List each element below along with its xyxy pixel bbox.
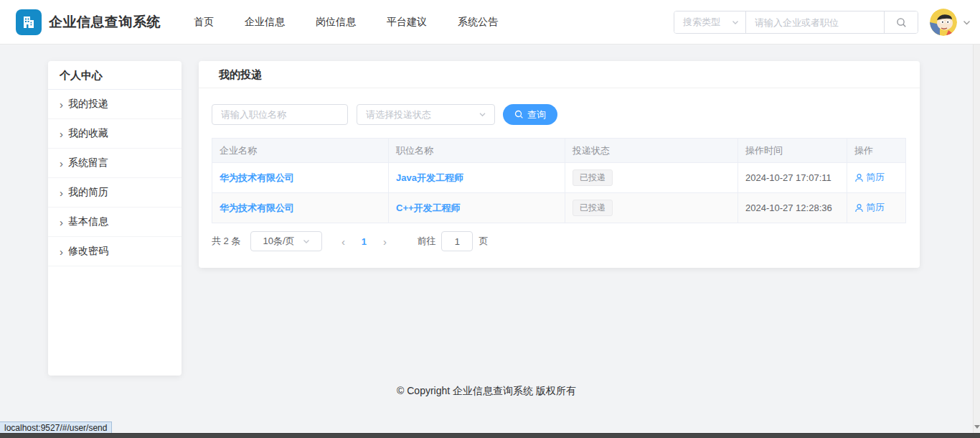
chevron-right-icon: › xyxy=(60,246,63,257)
goto-page-input[interactable] xyxy=(441,231,473,251)
status-badge: 已投递 xyxy=(573,200,613,216)
sidebar-item-label: 基本信息 xyxy=(68,215,108,228)
column-header-time: 操作时间 xyxy=(738,139,847,163)
job-name-input[interactable] xyxy=(212,104,348,125)
nav-item-jobs[interactable]: 岗位信息 xyxy=(314,11,357,33)
column-header-job: 职位名称 xyxy=(389,139,565,163)
sidebar-item-label: 我的投递 xyxy=(68,98,108,111)
app-title: 企业信息查询系统 xyxy=(49,13,161,32)
user-icon xyxy=(854,203,864,213)
sidebar-item-label: 系统留言 xyxy=(68,157,108,169)
chevron-down-icon xyxy=(731,18,740,27)
sidebar-item-my-submissions[interactable]: › 我的投递 xyxy=(48,90,182,119)
nav-item-enterprise[interactable]: 企业信息 xyxy=(243,11,286,33)
operation-time: 2024-10-27 12:28:36 xyxy=(745,202,832,213)
nav-item-suggestions[interactable]: 平台建议 xyxy=(385,11,428,33)
page-size-value: 10条/页 xyxy=(263,235,294,248)
table-row: 华为技术有限公司 C++开发工程师 已投递 2024-10-27 12:28:3… xyxy=(212,193,906,223)
sidebar-item-label: 我的简历 xyxy=(68,186,108,199)
chevron-right-icon: › xyxy=(60,217,63,228)
resume-link[interactable]: 简历 xyxy=(854,171,885,184)
column-header-action: 操作 xyxy=(847,139,906,163)
nav-item-announcements[interactable]: 系统公告 xyxy=(456,11,499,33)
submission-status-select[interactable]: 请选择投递状态 xyxy=(357,104,495,125)
table-header-row: 企业名称 职位名称 投递状态 操作时间 操作 xyxy=(212,139,906,163)
prev-page-button[interactable]: ‹ xyxy=(332,236,354,248)
header-right: 搜索类型 xyxy=(674,0,971,45)
submission-status-value: 请选择投递状态 xyxy=(366,108,431,121)
page-number-1[interactable]: 1 xyxy=(354,236,374,247)
sidebar-item-basic-info[interactable]: › 基本信息 xyxy=(48,208,182,237)
job-link[interactable]: Java开发工程师 xyxy=(396,172,463,183)
pagination: 共 2 条 10条/页 ‹ 1 › 前往 页 xyxy=(212,231,488,251)
building-icon xyxy=(21,14,37,30)
column-header-company: 企业名称 xyxy=(212,139,389,163)
chevron-right-icon: › xyxy=(60,158,63,169)
main-panel: 我的投递 请选择投递状态 查询 企业名称 职位名称 xyxy=(199,61,920,268)
page-size-select[interactable]: 10条/页 xyxy=(250,231,322,251)
operation-time: 2024-10-27 17:07:11 xyxy=(745,172,831,183)
search-icon xyxy=(514,110,524,119)
pagination-goto: 前往 页 xyxy=(417,231,488,251)
sidebar-item-change-password[interactable]: › 修改密码 xyxy=(48,237,182,266)
submissions-table: 企业名称 职位名称 投递状态 操作时间 操作 华为技术有限公司 Java开发工程… xyxy=(212,138,906,223)
query-button-label: 查询 xyxy=(527,108,546,121)
sidebar-item-label: 修改密码 xyxy=(68,245,108,258)
chevron-down-icon xyxy=(302,237,311,246)
filter-bar: 请选择投递状态 查询 xyxy=(212,104,557,125)
company-link[interactable]: 华为技术有限公司 xyxy=(220,202,294,213)
resume-link[interactable]: 简历 xyxy=(854,201,885,214)
header-search-input[interactable] xyxy=(746,11,884,33)
page-title: 我的投递 xyxy=(199,61,920,88)
table-row: 华为技术有限公司 Java开发工程师 已投递 2024-10-27 17:07:… xyxy=(212,163,906,193)
page-unit-label: 页 xyxy=(479,235,488,248)
taskbar-edge xyxy=(0,433,980,438)
job-link[interactable]: C++开发工程师 xyxy=(396,202,461,213)
sidebar-title: 个人中心 xyxy=(48,61,182,90)
sidebar-item-my-resume[interactable]: › 我的简历 xyxy=(48,178,182,208)
copyright: © Copyright 企业信息查询系统 版权所有 xyxy=(0,385,973,398)
sidebar-item-label: 我的收藏 xyxy=(68,127,108,140)
user-icon xyxy=(854,173,864,182)
vertical-scrollbar[interactable] xyxy=(973,45,980,433)
next-page-button[interactable]: › xyxy=(374,236,395,248)
resume-link-label: 简历 xyxy=(866,171,885,184)
top-nav: 首页 企业信息 岗位信息 平台建议 系统公告 xyxy=(192,11,499,33)
sidebar: 个人中心 › 我的投递 › 我的收藏 › 系统留言 › 我的简历 › 基本信息 … xyxy=(48,61,182,376)
sidebar-item-system-messages[interactable]: › 系统留言 xyxy=(48,149,182,178)
chevron-right-icon: › xyxy=(60,187,63,198)
status-badge: 已投递 xyxy=(573,169,613,186)
page: 企业信息查询系统 首页 企业信息 岗位信息 平台建议 系统公告 搜索类型 xyxy=(0,0,980,438)
search-type-select[interactable]: 搜索类型 xyxy=(674,11,746,33)
chevron-right-icon: › xyxy=(60,99,63,110)
chevron-right-icon: › xyxy=(60,129,63,139)
chevron-down-icon xyxy=(478,110,487,119)
resume-link-label: 简历 xyxy=(866,201,885,214)
chevron-down-icon[interactable] xyxy=(962,18,971,27)
search-icon xyxy=(896,17,907,28)
avatar[interactable] xyxy=(930,9,957,36)
column-header-status: 投递状态 xyxy=(565,139,738,163)
app-header: 企业信息查询系统 首页 企业信息 岗位信息 平台建议 系统公告 搜索类型 xyxy=(0,0,980,45)
goto-label: 前往 xyxy=(417,235,435,248)
app-logo xyxy=(16,9,42,35)
nav-item-home[interactable]: 首页 xyxy=(192,11,215,33)
scrollbar-arrow-down-icon[interactable] xyxy=(974,425,980,429)
pagination-total: 共 2 条 xyxy=(212,235,240,248)
header-search-group: 搜索类型 xyxy=(674,11,918,34)
sidebar-item-my-favorites[interactable]: › 我的收藏 xyxy=(48,119,182,149)
search-type-value: 搜索类型 xyxy=(683,16,720,29)
user-menu[interactable] xyxy=(930,9,971,36)
company-link[interactable]: 华为技术有限公司 xyxy=(220,172,294,183)
browser-status-url: localhost:9527/#/user/send xyxy=(0,421,112,434)
query-button[interactable]: 查询 xyxy=(503,104,557,125)
header-search-button[interactable] xyxy=(884,11,918,33)
